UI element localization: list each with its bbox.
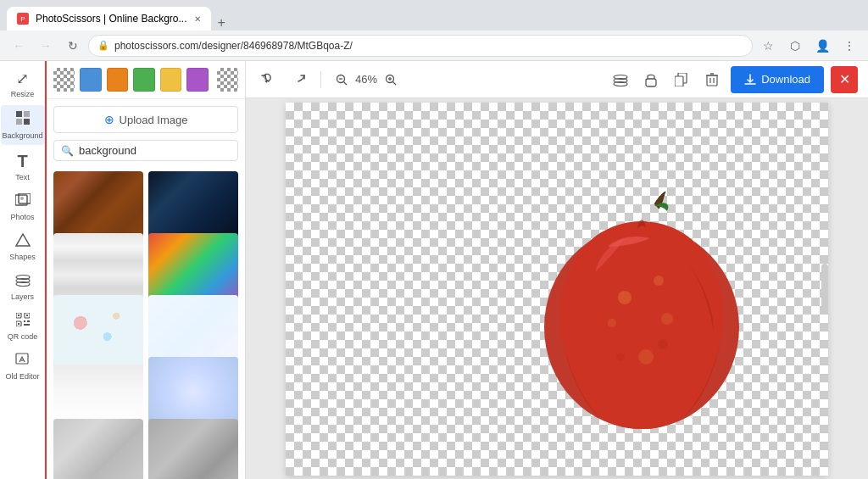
zoom-in-button[interactable] — [381, 70, 401, 90]
active-tab[interactable]: P PhotoScissors | Online Backgro... ✕ — [7, 7, 211, 31]
svg-point-42 — [654, 276, 664, 286]
tool-background[interactable]: Background — [1, 105, 45, 145]
background-label: Background — [2, 131, 42, 140]
bg-item-splatter[interactable] — [53, 295, 143, 365]
svg-point-47 — [658, 339, 668, 349]
search-bar: 🔍 — [53, 140, 238, 161]
layers-icon — [15, 273, 31, 291]
tool-resize[interactable]: ⤢ Resize — [1, 64, 45, 103]
layers-toolbar-icon[interactable] — [609, 68, 632, 92]
text-icon: T — [17, 152, 27, 171]
old-editor-label: Old Editor — [5, 372, 39, 381]
svg-rect-19 — [24, 324, 30, 326]
bg-item-gray-soft[interactable] — [53, 419, 143, 479]
toolbar-divider-1 — [320, 71, 321, 88]
svg-rect-3 — [24, 119, 30, 125]
svg-point-46 — [616, 353, 625, 361]
back-button[interactable]: ← — [7, 34, 31, 58]
delete-toolbar-icon[interactable] — [700, 68, 724, 92]
bg-item-abstract[interactable] — [148, 357, 238, 426]
background-panel: ⊕ Upload Image 🔍 — [47, 61, 246, 479]
photos-icon — [15, 193, 31, 211]
svg-point-45 — [638, 349, 654, 365]
redo-button[interactable] — [287, 68, 310, 92]
color-bar — [47, 61, 245, 99]
svg-line-27 — [393, 81, 397, 85]
svg-rect-34 — [707, 75, 717, 86]
search-input[interactable] — [79, 144, 231, 157]
svg-rect-1 — [24, 111, 30, 117]
menu-icon[interactable]: ⋮ — [837, 34, 861, 58]
svg-point-44 — [661, 313, 673, 325]
tool-shapes[interactable]: Shapes — [1, 228, 45, 266]
extension-icon[interactable]: ⬡ — [783, 34, 807, 58]
tab-close-btn[interactable]: ✕ — [194, 14, 201, 24]
download-button[interactable]: Download — [731, 66, 824, 93]
tool-old-editor[interactable]: Old Editor — [1, 348, 45, 386]
forward-button[interactable]: → — [34, 34, 58, 58]
svg-point-6 — [20, 197, 24, 200]
svg-rect-17 — [24, 320, 25, 322]
tab-favicon: P — [17, 13, 29, 25]
svg-rect-14 — [26, 315, 28, 316]
checker-swatch-2[interactable] — [217, 68, 238, 92]
bg-item-colorful[interactable] — [148, 233, 238, 303]
bg-item-white-soft[interactable] — [148, 295, 238, 365]
bg-item-gray2[interactable] — [148, 419, 238, 479]
refresh-button[interactable]: ↻ — [61, 34, 85, 58]
transparent-swatch[interactable] — [53, 68, 75, 92]
bookmark-icon[interactable]: ☆ — [756, 34, 780, 58]
bg-item-dark[interactable] — [148, 171, 238, 241]
tool-photos[interactable]: Photos — [1, 188, 45, 226]
old-editor-icon — [15, 353, 31, 370]
address-bar[interactable]: 🔒 photoscissors.com/designer/846968978/M… — [88, 35, 753, 57]
color-swatch-yellow[interactable] — [160, 68, 181, 92]
svg-marker-7 — [16, 234, 30, 246]
browser-tabs: P PhotoScissors | Online Backgro... ✕ + — [7, 0, 232, 31]
bg-item-light-stripes[interactable] — [53, 233, 143, 303]
qrcode-label: QR code — [8, 332, 38, 341]
svg-rect-31 — [646, 79, 656, 86]
upload-label: Upload Image — [120, 114, 188, 126]
browser-chrome: P PhotoScissors | Online Backgro... ✕ + — [0, 0, 868, 31]
apple-image — [523, 187, 760, 442]
new-tab-button[interactable]: + — [211, 15, 232, 31]
svg-rect-16 — [18, 323, 19, 325]
background-icon — [15, 110, 31, 130]
resize-icon: ⤢ — [16, 70, 29, 88]
search-icon: 🔍 — [61, 145, 74, 157]
background-image-grid — [47, 168, 245, 479]
svg-rect-20 — [16, 354, 28, 364]
copy-toolbar-icon[interactable] — [670, 68, 693, 92]
photos-label: Photos — [10, 213, 34, 221]
shapes-label: Shapes — [9, 253, 36, 261]
color-swatch-green[interactable] — [133, 68, 154, 92]
color-swatch-blue[interactable] — [80, 68, 101, 92]
toolbar-right: Download ✕ — [609, 66, 858, 93]
download-label: Download — [761, 73, 810, 86]
bg-item-white-lg[interactable] — [53, 357, 143, 426]
svg-point-43 — [608, 319, 616, 327]
tool-text[interactable]: T Text — [1, 147, 45, 187]
tool-layers[interactable]: Layers — [1, 268, 45, 306]
svg-rect-2 — [16, 119, 22, 125]
close-button[interactable]: ✕ — [831, 66, 858, 93]
zoom-out-button[interactable] — [331, 70, 352, 90]
upload-image-button[interactable]: ⊕ Upload Image — [53, 106, 238, 133]
undo-button[interactable] — [256, 68, 280, 92]
lock-toolbar-icon[interactable] — [639, 68, 663, 92]
svg-rect-12 — [18, 315, 19, 316]
tool-qrcode[interactable]: QR code — [1, 308, 45, 346]
zoom-level: 46% — [355, 73, 377, 86]
zoom-controls: 46% — [331, 70, 401, 90]
color-swatch-purple[interactable] — [186, 68, 208, 92]
profile-icon[interactable]: 👤 — [810, 34, 834, 58]
app-container: ⤢ Resize Background T Text — [0, 61, 868, 479]
tools-sidebar: ⤢ Resize Background T Text — [0, 61, 47, 479]
canvas-scroll-handle[interactable] — [821, 264, 828, 315]
bg-item-wood[interactable] — [53, 171, 143, 241]
color-swatch-orange[interactable] — [107, 68, 128, 92]
nav-bar: ← → ↻ 🔒 photoscissors.com/designer/84696… — [0, 31, 868, 61]
tab-title: PhotoScissors | Online Backgro... — [36, 13, 187, 25]
canvas-area — [246, 98, 868, 479]
